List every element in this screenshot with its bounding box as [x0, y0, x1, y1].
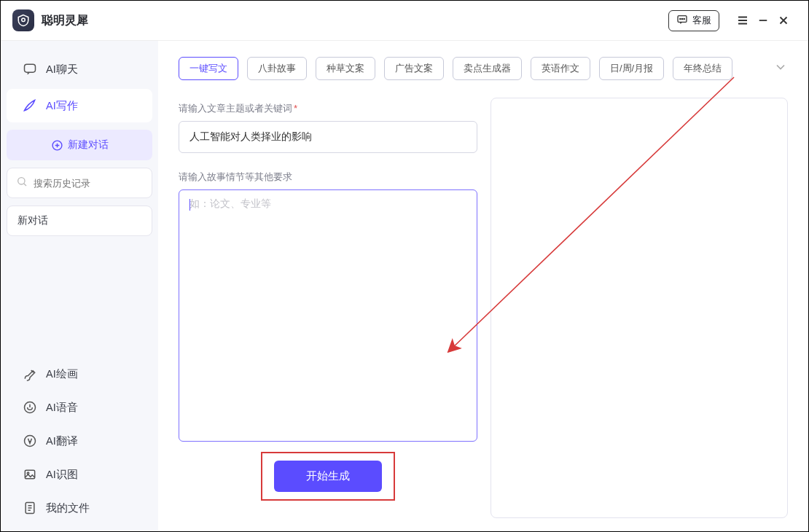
extra-label: 请输入故事情节等其他要求 — [179, 171, 477, 184]
sidebar-item-label: AI识图 — [46, 468, 78, 482]
svg-point-0 — [22, 18, 26, 22]
history-item-label: 新对话 — [17, 214, 48, 227]
new-chat-label: 新建对话 — [68, 138, 109, 152]
history-item[interactable]: 新对话 — [7, 206, 152, 236]
sidebar-item-label: AI语音 — [46, 401, 78, 415]
tab-gossip-story[interactable]: 八卦故事 — [247, 57, 307, 80]
chevron-down-icon — [773, 64, 788, 77]
minimize-icon[interactable] — [753, 14, 773, 27]
sidebar-item-my-files[interactable]: 我的文件 — [7, 492, 152, 524]
sidebar-item-ai-chat[interactable]: AI聊天 — [7, 52, 152, 86]
menu-icon[interactable] — [732, 14, 753, 27]
search-history[interactable] — [7, 168, 152, 198]
topic-label: 请输入文章主题或者关键词* — [179, 102, 477, 115]
search-input[interactable] — [34, 178, 156, 189]
titlebar: 聪明灵犀 客服 — [1, 1, 808, 41]
extra-textarea-wrap[interactable] — [179, 189, 477, 442]
new-chat-button[interactable]: 新建对话 — [7, 130, 152, 160]
sidebar-item-label: 我的文件 — [46, 501, 90, 515]
svg-rect-10 — [25, 470, 34, 479]
sidebar-item-label: AI写作 — [46, 99, 78, 113]
tab-selling-point[interactable]: 卖点生成器 — [453, 57, 522, 80]
svg-point-4 — [684, 18, 684, 19]
close-icon[interactable] — [773, 14, 794, 27]
tab-report[interactable]: 日/周/月报 — [599, 57, 664, 80]
sidebar-item-label: AI聊天 — [46, 63, 78, 77]
sidebar-item-ai-voice[interactable]: AI语音 — [7, 391, 152, 423]
svg-point-2 — [680, 18, 681, 19]
customer-service-button[interactable]: 客服 — [668, 10, 719, 31]
template-tabs: 一键写文 八卦故事 种草文案 广告文案 卖点生成器 英语作文 日/周/月报 年终… — [179, 57, 788, 80]
tabs-expand-button[interactable] — [773, 60, 788, 77]
sidebar-item-label: AI绘画 — [46, 367, 78, 381]
generate-button[interactable]: 开始生成 — [274, 461, 382, 492]
extra-textarea[interactable] — [189, 197, 466, 431]
search-icon — [16, 176, 28, 190]
annotation-highlight-box: 开始生成 — [261, 452, 395, 501]
sidebar-item-ai-translate[interactable]: AI翻译 — [7, 425, 152, 457]
required-mark: * — [294, 103, 297, 114]
tab-ad-copy[interactable]: 广告文案 — [384, 57, 444, 80]
sidebar-item-ai-write[interactable]: AI写作 — [7, 89, 152, 122]
sidebar: AI聊天 AI写作 新建对话 新对话 AI绘画 AI — [1, 41, 158, 531]
sidebar-item-ai-image[interactable]: AI识图 — [7, 458, 152, 490]
main-area: 一键写文 八卦故事 种草文案 广告文案 卖点生成器 英语作文 日/周/月报 年终… — [158, 41, 808, 531]
app-title: 聪明灵犀 — [42, 13, 88, 28]
tab-seeding-copy[interactable]: 种草文案 — [316, 57, 375, 80]
chat-dots-icon — [676, 14, 688, 28]
sidebar-item-ai-draw[interactable]: AI绘画 — [7, 358, 152, 390]
text-caret — [189, 199, 190, 211]
tab-year-summary[interactable]: 年终总结 — [673, 57, 732, 80]
sidebar-item-label: AI翻译 — [46, 434, 78, 448]
svg-rect-5 — [25, 64, 36, 72]
tab-english-essay[interactable]: 英语作文 — [531, 57, 590, 80]
topic-input[interactable] — [179, 121, 477, 153]
svg-point-3 — [681, 18, 682, 19]
output-panel — [491, 98, 788, 518]
customer-service-label: 客服 — [692, 14, 711, 27]
svg-point-7 — [18, 178, 25, 184]
app-logo — [12, 9, 34, 31]
tab-one-click-write[interactable]: 一键写文 — [179, 57, 238, 80]
